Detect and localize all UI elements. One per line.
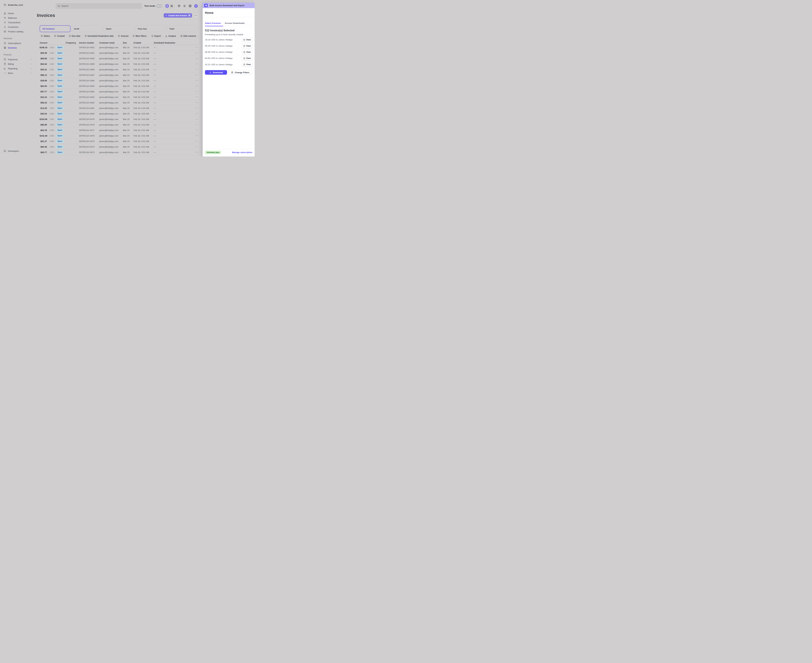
view-invoice-button[interactable]: View: [241, 62, 252, 66]
change-filters-button[interactable]: Change Filters: [228, 70, 252, 75]
create-test-invoice-button[interactable]: Create test invoice N: [164, 13, 192, 18]
panel-tab-access-downloads[interactable]: Access Downloads: [225, 22, 245, 24]
table-row[interactable]: $106.18 USD Open D879013A-0492 james@hid…: [40, 45, 198, 50]
table-row[interactable]: $59.39 USD Open D879013A-0491 james@hida…: [40, 50, 198, 56]
account-switcher[interactable]: Acme Inc, LLC: [3, 3, 33, 6]
workspace-switcher[interactable]: B: [165, 4, 175, 8]
table-row[interactable]: $50.04 USD Open D879013A-0480 james@hida…: [40, 111, 198, 116]
row-actions-button[interactable]: [195, 85, 198, 87]
sidebar-item-more[interactable]: More: [3, 71, 33, 75]
test-mode-toggle[interactable]: [157, 4, 162, 8]
table-row[interactable]: $64.78 USD Open D879013A-0477 james@hida…: [40, 128, 198, 133]
column-header-amount[interactable]: Amount: [40, 42, 66, 44]
filter-created[interactable]: Created: [53, 34, 66, 38]
row-actions-button[interactable]: [195, 79, 198, 82]
tab-paid[interactable]: Paid: [167, 25, 198, 32]
table-row[interactable]: $62.94 USD Open D879013A-0485 james@hida…: [40, 83, 198, 89]
view-invoice-button[interactable]: View: [241, 44, 252, 48]
table-row[interactable]: $103.06 USD Open D879013A-0479 james@hid…: [40, 116, 198, 122]
row-actions-button[interactable]: [195, 129, 198, 131]
row-actions-button[interactable]: [195, 101, 198, 104]
help-icon[interactable]: [178, 5, 180, 7]
table-row[interactable]: $102.48 USD Open D879013A-0476 james@hid…: [40, 133, 198, 139]
row-actions-button[interactable]: [195, 123, 198, 126]
tab-past-due[interactable]: Past due: [135, 25, 166, 32]
column-header-customer-email[interactable]: Customer email: [99, 42, 123, 44]
analyze-button[interactable]: Analyze: [164, 34, 178, 38]
row-actions-button[interactable]: [195, 90, 198, 93]
notifications-bell-icon[interactable]: [183, 5, 186, 7]
view-label: View: [246, 51, 251, 53]
sidebar-item-payments[interactable]: Payments: [3, 57, 33, 62]
sidebar-item-invoices[interactable]: Invoices: [3, 45, 33, 50]
table-row[interactable]: $99.77 USD Open D879013A-0473 james@hida…: [40, 150, 198, 155]
table-row[interactable]: $85.99 USD Open D879013A-0478 james@hida…: [40, 122, 198, 128]
sidebar-item-product-catalog[interactable]: Product catalog: [3, 29, 33, 34]
sidebar-item-transactions[interactable]: Transactions: [3, 20, 33, 25]
view-invoice-button[interactable]: View: [241, 56, 252, 60]
table-row[interactable]: $81.27 USD Open D879013A-0475 james@hida…: [40, 139, 198, 144]
row-actions-button[interactable]: [195, 46, 198, 49]
row-actions-button[interactable]: [195, 151, 198, 154]
table-row[interactable]: $97.77 USD Open D879013A-0484 james@hida…: [40, 89, 198, 94]
column-header-due[interactable]: Due: [123, 42, 133, 44]
quick-create-button[interactable]: [194, 4, 198, 8]
edit-columns-button[interactable]: Edit columns: [179, 34, 198, 38]
view-invoice-button[interactable]: View: [241, 38, 252, 42]
filter-scheduled-finalization-date[interactable]: Scheduled finalization date: [83, 34, 115, 38]
table-row[interactable]: $66.86 USD Open D879013A-0490 james@hida…: [40, 56, 198, 61]
row-actions-button[interactable]: [195, 96, 198, 98]
sidebar-item-subscriptions[interactable]: Subscriptions: [3, 41, 33, 45]
table-row[interactable]: $58.43 USD Open D879013A-0482 james@hida…: [40, 100, 198, 105]
filter-due-date[interactable]: Due date: [68, 34, 82, 38]
customer-email: james@hidalgo.com: [99, 107, 123, 109]
sidebar-item-developers[interactable]: Developers: [3, 149, 33, 153]
row-actions-button[interactable]: [195, 52, 198, 54]
table-row[interactable]: $28.99 USD Open D879013A-0486 james@hida…: [40, 78, 198, 83]
invoice-preview-label: 66.86 USD to James Hidalgo: [205, 51, 233, 53]
sidebar-item-customers[interactable]: Customers: [3, 25, 33, 29]
transactions-icon: [3, 21, 6, 24]
view-invoice-button[interactable]: View: [241, 50, 252, 54]
row-actions-button[interactable]: [195, 140, 198, 142]
settings-gear-icon[interactable]: [189, 5, 191, 7]
column-header-scheduled-finalization[interactable]: Scheduled finalization: [154, 42, 194, 44]
table-row[interactable]: $96.13 USD Open D879013A-0487 james@hida…: [40, 73, 198, 78]
sidebar-item-balances[interactable]: Balances: [3, 16, 33, 20]
table-row[interactable]: $14.30 USD Open D879013A-0481 james@hida…: [40, 105, 198, 111]
tab-draft[interactable]: Draft: [71, 25, 102, 32]
table-row[interactable]: $80.48 USD Open D879013A-0474 james@hida…: [40, 144, 198, 150]
tab-all-invoices[interactable]: All invoices: [40, 25, 70, 32]
filter-more-filters[interactable]: More filters: [131, 34, 148, 38]
manage-subscription-link[interactable]: Manage subscription: [232, 151, 252, 154]
row-actions-button[interactable]: [195, 146, 198, 148]
table-row[interactable]: $32.24 USD Open D879013A-0483 james@hida…: [40, 94, 198, 100]
sidebar-item-reporting[interactable]: Reporting: [3, 66, 33, 71]
filter-status[interactable]: Status: [40, 34, 52, 38]
panel-tabs: Select InvoicesAccess Downloads: [205, 22, 252, 26]
page-overflow-button[interactable]: [194, 13, 198, 18]
search-input[interactable]: Search: [56, 3, 142, 9]
row-actions-button[interactable]: [195, 68, 198, 71]
column-header-created[interactable]: Created: [133, 42, 154, 44]
scheduled-finalization: —: [154, 79, 194, 82]
row-actions-button[interactable]: [195, 74, 198, 76]
row-actions-button[interactable]: [195, 57, 198, 60]
row-actions-button[interactable]: [195, 107, 198, 109]
sidebar-item-home[interactable]: Home: [3, 11, 33, 16]
filter-amount[interactable]: Amount: [117, 34, 130, 38]
panel-tab-select-invoices[interactable]: Select Invoices: [205, 22, 221, 24]
table-row[interactable]: $64.64 USD Open D879013A-0489 james@hida…: [40, 61, 198, 67]
column-header-frequency[interactable]: Frequency: [66, 42, 79, 44]
sidebar-item-billing[interactable]: Billing: [3, 62, 33, 66]
row-actions-button[interactable]: [195, 63, 198, 65]
export-button[interactable]: Export: [150, 34, 162, 38]
column-header-invoice-number[interactable]: Invoice number: [79, 42, 99, 44]
download-button[interactable]: Download: [205, 70, 227, 75]
apps-grid-icon[interactable]: [170, 5, 173, 7]
table-row[interactable]: $30.31 USD Open D879013A-0488 james@hida…: [40, 67, 198, 73]
row-actions-button[interactable]: [195, 134, 198, 137]
row-actions-button[interactable]: [195, 112, 198, 115]
tab-open[interactable]: Open: [103, 25, 134, 32]
row-actions-button[interactable]: [195, 118, 198, 120]
